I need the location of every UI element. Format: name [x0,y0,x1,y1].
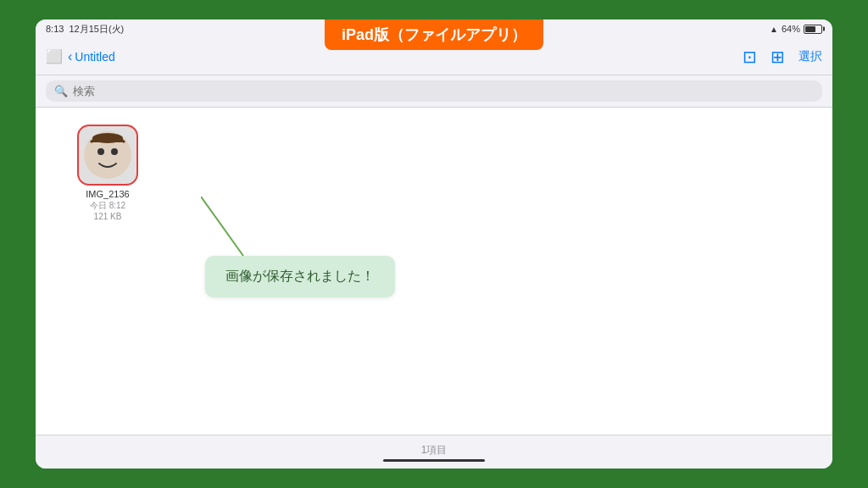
status-time: 8:13 [46,24,64,34]
chevron-left-icon: ‹ [68,49,72,64]
nav-folder-button[interactable]: ⊡ [743,47,757,67]
status-right: ▲ 64% [770,24,822,34]
search-input-wrapper[interactable]: 🔍 [46,80,822,102]
status-left: 8:13 12月15日(火) [46,23,124,36]
file-size: 121 KB [94,212,122,221]
bottom-bar: 1項目 [36,435,832,469]
file-thumbnail-image [82,130,133,180]
nav-grid-button[interactable]: ⊞ [771,47,785,67]
svg-line-4 [201,197,243,256]
nav-back-button[interactable]: ‹ Untitled [68,49,115,64]
bottom-line [383,459,485,462]
svg-point-1 [97,148,104,155]
ipad-screen: 8:13 12月15日(火) ▲ 64% iPad版（ファイルアプリ） ⬜ ‹ … [36,19,832,469]
wifi-percent: 64% [782,24,800,34]
nav-select-button[interactable]: 選択 [798,49,822,64]
item-count: 1項目 [421,443,448,458]
svg-point-3 [92,133,123,143]
file-name: IMG_2136 [86,189,129,199]
search-icon: 🔍 [54,85,68,97]
file-date: 今日 8:12 [90,200,125,212]
orange-banner: iPad版（ファイルアプリ） [325,19,543,50]
svg-point-2 [111,148,118,155]
wifi-icon: ▲ [770,25,778,34]
search-input[interactable] [73,85,814,97]
content-area: IMG_2136 今日 8:12 121 KB 画像が保存されました！ [36,108,832,435]
nav-folder-icon: ⬜ [46,48,63,64]
file-thumbnail [77,125,138,186]
arrow-pointer [201,197,269,264]
file-item[interactable]: IMG_2136 今日 8:12 121 KB [70,125,146,221]
search-bar: 🔍 [36,75,832,108]
speech-bubble-text: 画像が保存されました！ [225,269,375,283]
banner-text: iPad版（ファイルアプリ） [342,26,526,43]
status-date: 12月15日(火) [69,23,124,36]
battery-fill [805,26,815,32]
nav-back-label: Untitled [75,50,114,64]
nav-right: ⊡ ⊞ 選択 [743,47,822,67]
battery-icon [804,25,822,34]
nav-left: ⬜ ‹ Untitled [46,48,743,64]
